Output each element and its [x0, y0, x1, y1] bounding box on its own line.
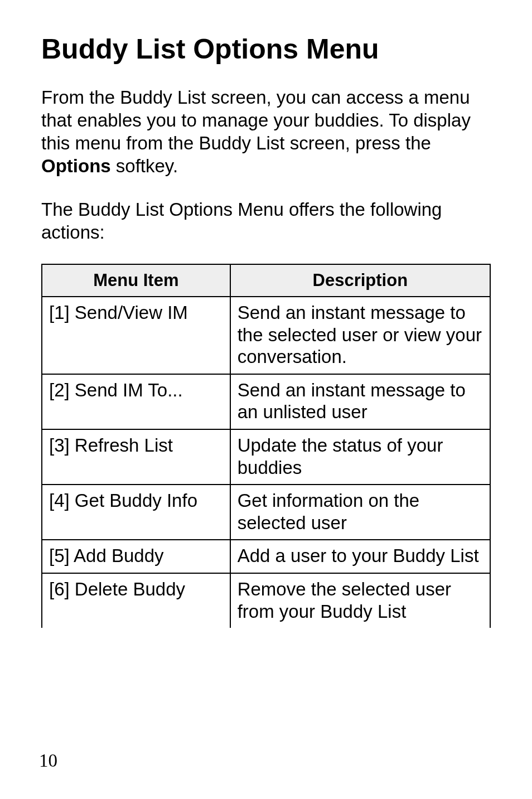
- cell-menu-item: [5] Add Buddy: [42, 540, 230, 573]
- options-table: Menu Item Description [1] Send/View IM S…: [41, 264, 491, 628]
- table-row: [4] Get Buddy Info Get information on th…: [42, 485, 490, 540]
- cell-description: Add a user to your Buddy List: [230, 540, 490, 573]
- document-page: Buddy List Options Menu From the Buddy L…: [0, 0, 532, 799]
- cell-menu-item: [4] Get Buddy Info: [42, 485, 230, 540]
- cell-menu-item: [2] Send IM To...: [42, 374, 230, 429]
- table-row: [5] Add Buddy Add a user to your Buddy L…: [42, 540, 490, 573]
- cell-menu-item: [1] Send/View IM: [42, 297, 230, 374]
- intro-prefix: From the Buddy List screen, you can acce…: [41, 87, 471, 154]
- cell-menu-item: [6] Delete Buddy: [42, 573, 230, 628]
- table-row: [2] Send IM To... Send an instant messag…: [42, 374, 490, 429]
- header-description: Description: [230, 264, 490, 297]
- cell-description: Update the status of your buddies: [230, 429, 490, 485]
- table-row: [1] Send/View IM Send an instant message…: [42, 297, 490, 374]
- table-row: [3] Refresh List Update the status of yo…: [42, 429, 490, 485]
- table-header-row: Menu Item Description: [42, 264, 490, 297]
- intro-suffix: softkey.: [111, 156, 178, 176]
- header-menu-item: Menu Item: [42, 264, 230, 297]
- cell-description: Remove the selected user from your Buddy…: [230, 573, 490, 628]
- cell-menu-item: [3] Refresh List: [42, 429, 230, 485]
- cell-description: Send an instant message to an unlisted u…: [230, 374, 490, 429]
- intro-bold-options: Options: [41, 156, 111, 176]
- intro-paragraph-2: The Buddy List Options Menu offers the f…: [41, 198, 491, 244]
- page-number: 10: [39, 750, 57, 771]
- intro-paragraph-1: From the Buddy List screen, you can acce…: [41, 86, 491, 178]
- table-row: [6] Delete Buddy Remove the selected use…: [42, 573, 490, 628]
- cell-description: Send an instant message to the selected …: [230, 297, 490, 374]
- cell-description: Get information on the selected user: [230, 485, 490, 540]
- page-title: Buddy List Options Menu: [41, 33, 491, 66]
